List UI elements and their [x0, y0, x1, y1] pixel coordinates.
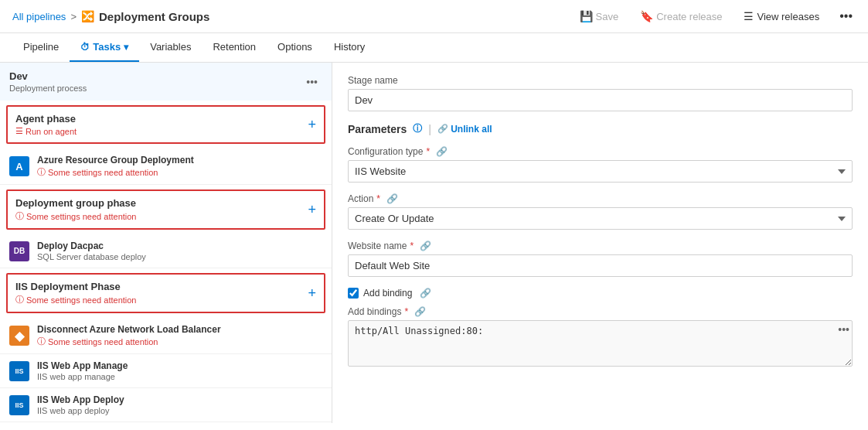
- deployment-groups-icon: 🔀: [81, 10, 94, 22]
- add-bindings-label: Add bindings * 🔗: [348, 306, 853, 317]
- iis-manage-icon: IIS: [9, 361, 29, 381]
- iis-deployment-phase-title: IIS Deployment Phase: [15, 281, 136, 292]
- iis-deploy-icon: IIS: [9, 395, 29, 415]
- iis-deployment-phase-header[interactable]: IIS Deployment Phase ⓘ Some settings nee…: [8, 275, 324, 312]
- deploy-process-subtitle: Deployment process: [9, 84, 87, 93]
- add-bindings-link-icon[interactable]: 🔗: [414, 306, 426, 317]
- deployment-group-phase-header[interactable]: Deployment group phase ⓘ Some settings n…: [8, 191, 324, 228]
- create-release-label: Create release: [656, 11, 722, 22]
- tab-retention-label: Retention: [213, 41, 256, 53]
- tab-pipeline-label: Pipeline: [23, 41, 59, 53]
- iis-phase-add-button[interactable]: +: [308, 285, 316, 302]
- iis-deployment-phase-block: IIS Deployment Phase ⓘ Some settings nee…: [6, 273, 325, 313]
- config-type-link-icon[interactable]: 🔗: [436, 146, 448, 157]
- task-disconnect-azure-nlb[interactable]: ◆ Disconnect Azure Network Load Balancer…: [0, 318, 332, 354]
- tab-options-label: Options: [277, 41, 312, 53]
- dacpac-icon: DB: [9, 241, 29, 261]
- save-label: Save: [596, 11, 619, 22]
- configuration-type-select[interactable]: IIS Website IIS Web Application IIS Virt…: [348, 160, 853, 183]
- top-actions: 💾 Save 🔖 Create release ☰ View releases …: [575, 6, 856, 26]
- view-releases-button[interactable]: ☰ View releases: [739, 7, 824, 26]
- add-binding-row: Add binding 🔗: [348, 288, 853, 299]
- parameters-header: Parameters ⓘ | 🔗 Unlink all: [348, 122, 853, 135]
- deployment-group-phase-subtitle: ⓘ Some settings need attention: [15, 210, 136, 222]
- action-select[interactable]: Create Or Update Delete: [348, 207, 853, 230]
- iis-manage-info: IIS Web App Manage IIS web app manage: [37, 360, 128, 381]
- action-label: Action * 🔗: [348, 193, 853, 204]
- left-panel: Dev Deployment process ••• Agent phase ☰…: [0, 63, 332, 423]
- iis-deploy-desc: IIS web app deploy: [37, 406, 124, 415]
- tab-pipeline[interactable]: Pipeline: [12, 33, 70, 62]
- textarea-more-button[interactable]: •••: [838, 323, 849, 336]
- deployment-group-phase-add-button[interactable]: +: [308, 202, 316, 218]
- website-name-input[interactable]: [348, 254, 853, 277]
- iis-deploy-name: IIS Web App Deploy: [37, 394, 124, 405]
- azure-rg-warning-icon: ⓘ: [37, 166, 46, 178]
- parameters-separator: |: [428, 123, 431, 135]
- azure-rg-icon: A: [9, 156, 29, 176]
- disconnect-nlb-name: Disconnect Azure Network Load Balancer: [37, 324, 221, 335]
- agent-phase-title: Agent phase: [15, 113, 77, 125]
- save-button[interactable]: 💾 Save: [575, 7, 624, 26]
- disconnect-nlb-warning-icon: ⓘ: [37, 336, 46, 347]
- dacpac-info: Deploy Dacpac SQL Server database deploy: [37, 241, 146, 261]
- unlink-icon: 🔗: [437, 124, 448, 134]
- stage-name-label: Stage name: [348, 75, 853, 86]
- action-link-icon[interactable]: 🔗: [386, 193, 398, 204]
- tab-options[interactable]: Options: [267, 33, 323, 62]
- task-azure-rg-deploy[interactable]: A Azure Resource Group Deployment ⓘ Some…: [0, 148, 332, 185]
- iis-deployment-phase-subtitle: ⓘ Some settings need attention: [15, 294, 136, 305]
- top-header: All pipelines > 🔀 Deployment Groups 💾 Sa…: [0, 0, 868, 33]
- action-group: Action * 🔗 Create Or Update Delete: [348, 193, 853, 230]
- create-release-button[interactable]: 🔖 Create release: [635, 7, 727, 26]
- tab-tasks-label: Tasks: [93, 41, 121, 53]
- right-panel: Stage name Parameters ⓘ | 🔗 Unlink all C…: [332, 63, 868, 423]
- breadcrumb-separator: >: [70, 11, 77, 22]
- deploy-process-more-button[interactable]: •••: [301, 74, 322, 90]
- page-title: Deployment Groups: [99, 10, 209, 23]
- task-connect-azure-nlb[interactable]: ◆ Connect Azure Network Load Balancer ⓘ …: [0, 422, 332, 423]
- breadcrumb: All pipelines > 🔀 Deployment Groups: [12, 10, 209, 23]
- deploy-process-info: Dev Deployment process: [9, 70, 87, 93]
- unlink-all-link[interactable]: 🔗 Unlink all: [437, 124, 492, 135]
- tab-variables-label: Variables: [150, 41, 191, 53]
- azure-rg-desc: ⓘ Some settings need attention: [37, 166, 194, 178]
- agent-phase-add-button[interactable]: +: [308, 117, 316, 133]
- task-iis-web-app-deploy[interactable]: IIS IIS Web App Deploy IIS web app deplo…: [0, 388, 332, 422]
- deployment-group-phase-info: Deployment group phase ⓘ Some settings n…: [15, 197, 136, 222]
- deploy-process-title: Dev: [9, 70, 87, 82]
- add-binding-checkbox[interactable]: [348, 288, 359, 299]
- configuration-type-label: Configuration type * 🔗: [348, 146, 853, 157]
- agent-phase-subtitle: ☰ Run on agent: [15, 126, 77, 136]
- unlink-all-label: Unlink all: [451, 124, 492, 135]
- tab-history-label: History: [334, 41, 365, 53]
- iis-warning-icon: ⓘ: [15, 294, 24, 305]
- parameters-info-icon[interactable]: ⓘ: [413, 122, 422, 135]
- add-bindings-textarea[interactable]: http/All Unassigned:80:: [348, 320, 853, 367]
- parameters-label: Parameters: [348, 123, 407, 135]
- tab-tasks[interactable]: ⏱ Tasks ▾: [70, 33, 139, 62]
- breadcrumb-all-pipelines[interactable]: All pipelines: [12, 11, 66, 22]
- task-deploy-dacpac[interactable]: DB Deploy Dacpac SQL Server database dep…: [0, 234, 332, 268]
- task-iis-web-app-manage[interactable]: IIS IIS Web App Manage IIS web app manag…: [0, 354, 332, 388]
- tab-retention[interactable]: Retention: [202, 33, 267, 62]
- iis-deployment-phase-info: IIS Deployment Phase ⓘ Some settings nee…: [15, 281, 136, 305]
- add-binding-label[interactable]: Add binding: [363, 288, 412, 299]
- website-name-group: Website name * 🔗: [348, 241, 853, 277]
- add-binding-link-icon[interactable]: 🔗: [420, 288, 431, 299]
- stage-name-group: Stage name: [348, 75, 853, 111]
- agent-phase-block: Agent phase ☰ Run on agent +: [6, 105, 325, 144]
- website-name-link-icon[interactable]: 🔗: [420, 241, 431, 251]
- header-more-button[interactable]: •••: [836, 6, 856, 26]
- nav-tabs: Pipeline ⏱ Tasks ▾ Variables Retention O…: [0, 33, 868, 63]
- main-layout: Dev Deployment process ••• Agent phase ☰…: [0, 63, 868, 423]
- stage-name-input[interactable]: [348, 89, 853, 111]
- tab-variables[interactable]: Variables: [139, 33, 202, 62]
- disconnect-nlb-desc: ⓘ Some settings need attention: [37, 336, 221, 347]
- view-releases-icon: ☰: [744, 10, 754, 22]
- azure-rg-name: Azure Resource Group Deployment: [37, 155, 194, 166]
- agent-phase-header[interactable]: Agent phase ☰ Run on agent +: [8, 107, 324, 142]
- azure-rg-info: Azure Resource Group Deployment ⓘ Some s…: [37, 155, 194, 178]
- tab-history[interactable]: History: [323, 33, 376, 62]
- dg-warning-icon: ⓘ: [15, 210, 24, 222]
